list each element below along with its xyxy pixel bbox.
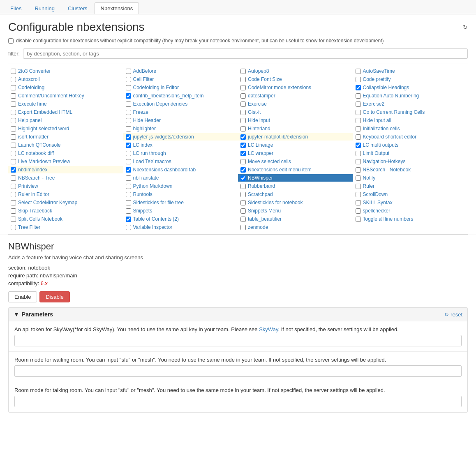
ext-label[interactable]: Snippets	[133, 208, 153, 214]
ext-label[interactable]: Equation Auto Numbering	[363, 93, 419, 99]
ext-checkbox[interactable]	[356, 208, 361, 214]
ext-checkbox[interactable]	[126, 167, 131, 173]
ext-label[interactable]: Load TeX macros	[133, 159, 171, 164]
filter-input[interactable]	[23, 48, 468, 59]
ext-checkbox[interactable]	[126, 184, 131, 189]
ext-item[interactable]: Freeze	[123, 108, 238, 116]
ext-item[interactable]: nbdime/index	[8, 166, 123, 173]
ext-label[interactable]: Printview	[18, 183, 38, 189]
ext-checkbox[interactable]	[126, 151, 131, 156]
ext-label[interactable]: Sidestickies for file tree	[133, 200, 184, 205]
param-input-1[interactable]	[14, 365, 462, 377]
ext-label[interactable]: LC Lineage	[248, 142, 273, 148]
ext-item[interactable]: Codefolding	[8, 84, 123, 91]
ext-checkbox[interactable]	[356, 69, 361, 74]
ext-label[interactable]: Export Embedded HTML	[18, 109, 72, 115]
ext-item[interactable]: Python Markdown	[123, 182, 238, 190]
ext-checkbox[interactable]	[126, 159, 131, 164]
ext-item[interactable]: Export Embedded HTML	[8, 108, 123, 116]
ext-checkbox[interactable]	[240, 93, 246, 99]
ext-label[interactable]: Move selected cells	[248, 159, 291, 164]
ext-item[interactable]: Snippets Menu	[238, 207, 353, 214]
ext-checkbox[interactable]	[356, 85, 361, 90]
ext-item[interactable]: Hide input all	[353, 117, 468, 124]
ext-label[interactable]: Ruler in Editor	[18, 191, 49, 197]
ext-label[interactable]: Collapsible Headings	[363, 85, 409, 90]
ext-item[interactable]: table_beautifier	[238, 215, 353, 223]
ext-label[interactable]: Exercise2	[363, 101, 385, 107]
ext-item[interactable]: Nbextensions edit menu item	[238, 166, 353, 173]
ext-checkbox[interactable]	[11, 77, 16, 82]
ext-checkbox[interactable]	[356, 175, 361, 181]
ext-label[interactable]: nbTranslate	[133, 175, 159, 181]
ext-item[interactable]: LC wrapper	[238, 150, 353, 157]
tab-files[interactable]: Files	[4, 2, 28, 14]
ext-label[interactable]: Execution Dependencies	[133, 101, 188, 107]
ext-label[interactable]: Hide Header	[133, 118, 161, 123]
ext-label[interactable]: Codefolding in Editor	[133, 85, 179, 90]
ext-checkbox[interactable]	[240, 175, 246, 181]
ext-item[interactable]: Exercise2	[353, 100, 468, 108]
ext-checkbox[interactable]	[356, 159, 361, 164]
ext-label[interactable]: Gist-it	[248, 109, 261, 115]
ext-checkbox[interactable]	[126, 77, 131, 82]
ext-item[interactable]: Limit Output	[353, 150, 468, 157]
disable-button[interactable]: Disable	[39, 291, 69, 302]
ext-label[interactable]: ExecuteTime	[18, 101, 47, 107]
ext-item[interactable]: Code Font Size	[238, 76, 353, 83]
ext-label[interactable]: Skip-Traceback	[18, 208, 52, 214]
ext-item[interactable]: Hide Header	[123, 117, 238, 124]
ext-item[interactable]: NBWhisper	[238, 174, 353, 182]
ext-checkbox[interactable]	[126, 217, 131, 222]
ext-label[interactable]: zenmode	[248, 224, 268, 230]
ext-label[interactable]: LC run through	[133, 150, 166, 156]
params-header[interactable]: ▼ Parameters ↻ reset	[9, 308, 467, 321]
skyway-link[interactable]: SkyWay	[259, 326, 278, 332]
ext-label[interactable]: AddBefore	[133, 68, 157, 74]
ext-label[interactable]: NBSearch - Notebook	[363, 167, 411, 173]
ext-item[interactable]: jupyter-js-widgets/extension	[123, 133, 238, 141]
ext-item[interactable]: Printview	[8, 182, 123, 190]
ext-item[interactable]: jupyter-matplotlib/extension	[238, 133, 353, 141]
ext-item[interactable]: Cell Filter	[123, 76, 238, 83]
ext-checkbox[interactable]	[356, 192, 361, 197]
ext-item[interactable]: Launch QTConsole	[8, 141, 123, 149]
ext-label[interactable]: Rubberband	[248, 183, 275, 189]
ext-checkbox[interactable]	[126, 175, 131, 181]
ext-checkbox[interactable]	[240, 208, 246, 214]
ext-label[interactable]: Split Cells Notebook	[18, 216, 62, 222]
ext-checkbox[interactable]	[11, 143, 16, 148]
ext-item[interactable]: ExecuteTime	[8, 100, 123, 108]
ext-checkbox[interactable]	[356, 184, 361, 189]
ext-checkbox[interactable]	[356, 77, 361, 82]
ext-checkbox[interactable]	[11, 85, 16, 90]
ext-label[interactable]: highlighter	[133, 126, 156, 131]
ext-item[interactable]: Initialization cells	[353, 125, 468, 132]
ext-item[interactable]: Autopep8	[238, 67, 353, 75]
ext-item[interactable]: Hide input	[238, 117, 353, 124]
ext-checkbox[interactable]	[11, 192, 16, 197]
ext-label[interactable]: Tree Filter	[18, 224, 40, 230]
ext-item[interactable]: Load TeX macros	[123, 158, 238, 165]
ext-label[interactable]: Toggle all line numbers	[363, 216, 414, 222]
ext-item[interactable]: LC run through	[123, 150, 238, 157]
ext-checkbox[interactable]	[11, 126, 16, 131]
ext-label[interactable]: Freeze	[133, 109, 148, 115]
ext-checkbox[interactable]	[11, 118, 16, 123]
ext-item[interactable]: nbTranslate	[123, 174, 238, 182]
ext-checkbox[interactable]	[11, 110, 16, 115]
ext-label[interactable]: Launch QTConsole	[18, 142, 60, 148]
ext-checkbox[interactable]	[11, 175, 16, 181]
ext-label[interactable]: Code Font Size	[248, 76, 282, 82]
ext-label[interactable]: Help panel	[18, 118, 42, 123]
ext-checkbox[interactable]	[356, 118, 361, 123]
ext-checkbox[interactable]	[11, 200, 16, 205]
ext-label[interactable]: Exercise	[248, 101, 267, 107]
ext-label[interactable]: ScrollDown	[363, 191, 388, 197]
ext-item[interactable]: CodeMirror mode extensions	[238, 84, 353, 91]
ext-checkbox[interactable]	[356, 200, 361, 205]
ext-item[interactable]: SKILL Syntax	[353, 199, 468, 206]
ext-item[interactable]: Help panel	[8, 117, 123, 124]
ext-item[interactable]: Navigation-Hotkeys	[353, 158, 468, 165]
ext-checkbox[interactable]	[11, 69, 16, 74]
